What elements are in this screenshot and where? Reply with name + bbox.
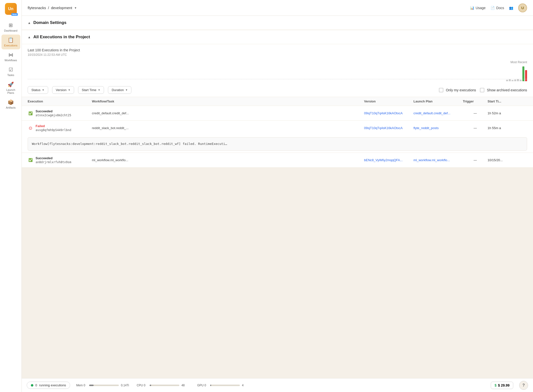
start-time-cell: 1h 52m a: [488, 111, 527, 115]
chart-bar: [509, 79, 511, 81]
table-row: ⊙ Failed avxg8qfmh9p5449rlbnd reddit_sla…: [22, 121, 533, 153]
table-row: ✅ Succeeded an8drjrmlxrfvh8tv9sm ml_work…: [22, 153, 533, 168]
table-row: ✅ Succeeded atnnx2cwgmjx8m2cht25 credit_…: [22, 106, 533, 121]
duration-filter-label: Duration: [112, 88, 124, 92]
chart-label: Most Recent: [511, 60, 527, 64]
domain-settings-header[interactable]: ▲ Domain Settings: [22, 16, 533, 30]
executions-section-title: All Executions in the Project: [33, 35, 90, 39]
usage-button[interactable]: 📊 Usage: [470, 6, 486, 10]
executions-section-header[interactable]: ▲ All Executions in the Project: [22, 30, 533, 44]
version-link[interactable]: 09sjT10qTq4sK16kAOtxcA: [364, 126, 413, 130]
version-filter-label: Version: [56, 88, 66, 92]
version-link[interactable]: bENc8_VyW6y2mqqQFA...: [364, 158, 413, 162]
filters-row: Status ▼ Version ▼ Start Time ▼ Duration…: [22, 83, 533, 97]
version-filter-arrow: ▼: [68, 89, 70, 91]
col-header-version: Version: [364, 99, 413, 103]
execution-status: Succeeded: [36, 109, 71, 113]
show-archived-checkbox[interactable]: Show archived executions: [480, 88, 527, 92]
status-filter[interactable]: Status ▼: [28, 86, 48, 94]
chart-bar: [520, 80, 522, 81]
col-header-start-time: Start Ti...: [488, 99, 527, 103]
gpu-progress-fill: [210, 385, 211, 386]
success-icon: ✅: [28, 157, 33, 163]
version-link[interactable]: 09sjT10qTq4sK16kAOtxcA: [364, 111, 413, 115]
chart-bar: [512, 80, 513, 81]
chart-baseline: [28, 79, 527, 79]
cpu-progress-fill: [150, 385, 151, 386]
logo-text: Un: [8, 7, 13, 11]
sidebar-item-launch-plans[interactable]: 🚀 Launch Plans: [1, 79, 20, 97]
only-my-label: Only my executions: [446, 88, 476, 92]
launch-plan-link[interactable]: credit_default.credit_def...: [413, 111, 463, 115]
status-filter-label: Status: [31, 88, 41, 92]
artifacts-icon: 📦: [8, 99, 14, 105]
user-avatar[interactable]: U: [518, 3, 527, 12]
cost-label: $ 29.99: [498, 383, 510, 387]
col-header-execution: Execution: [28, 99, 92, 103]
gpu-label: GPU 0: [197, 384, 208, 387]
execution-status: Succeeded: [36, 156, 71, 160]
bottom-bar: 0 running executions Mem 0 0.14Ti CPU 0 …: [22, 378, 533, 392]
sidebar-item-workflows[interactable]: ⋈ Workflows: [1, 49, 20, 64]
docs-button[interactable]: 📄 Docs: [491, 6, 504, 10]
workflows-icon: ⋈: [8, 52, 13, 58]
domain-settings-section: ▲ Domain Settings: [22, 16, 533, 30]
duration-filter-arrow: ▼: [125, 89, 128, 91]
table-header: Execution Workflow/Task Version Launch P…: [22, 97, 533, 106]
error-message: Workflow[flytesnacks:development:reddit_…: [28, 137, 527, 151]
running-indicator: 0 running executions: [27, 382, 70, 389]
cost-button[interactable]: $ $ 29.99: [491, 382, 513, 389]
launch-plans-icon: 🚀: [8, 81, 14, 87]
launch-plan-link[interactable]: ml_workflow.ml_workflo...: [413, 158, 463, 162]
executions-meta-time: 10/15/2024 11:22:53 AM UTC: [28, 53, 527, 57]
executions-chevron: ▲: [28, 35, 31, 39]
sidebar-item-executions[interactable]: 📋 Executions: [1, 35, 20, 49]
col-header-launch-plan: Launch Plan: [413, 99, 463, 103]
help-button[interactable]: ?: [519, 381, 528, 390]
execution-id: atnnx2cwgmjx8m2cht25: [36, 114, 71, 117]
project-name: flytesnacks: [28, 6, 46, 10]
sidebar-item-tasks[interactable]: ☑ Tasks: [1, 64, 20, 79]
execution-cell: ✅ Succeeded an8drjrmlxrfvh8tv9sm: [28, 156, 92, 164]
tasks-icon: ☑: [9, 67, 13, 73]
gpu-resource-bar: GPU 0 4: [197, 384, 252, 387]
project-path[interactable]: flytesnacks / development ▼: [28, 6, 77, 10]
start-time-filter[interactable]: Start Time ▼: [78, 86, 104, 94]
executions-meta-title: Last 100 Executions in the Project: [28, 48, 527, 52]
table-row-main[interactable]: ✅ Succeeded an8drjrmlxrfvh8tv9sm ml_work…: [22, 153, 533, 167]
domain-name: development: [51, 6, 72, 10]
table-row-main[interactable]: ✅ Succeeded atnnx2cwgmjx8m2cht25 credit_…: [22, 106, 533, 120]
running-label: running executions: [39, 383, 66, 387]
header-actions: 📊 Usage 📄 Docs 👥 U: [470, 3, 527, 12]
col-header-workflow: Workflow/Task: [92, 99, 364, 103]
version-filter[interactable]: Version ▼: [52, 86, 74, 94]
logo[interactable]: Un Beta: [5, 3, 17, 15]
path-separator: /: [48, 6, 49, 10]
cost-icon: $: [494, 383, 496, 387]
start-time-cell: 10/15/20...: [488, 158, 527, 162]
usage-icon: 📊: [470, 6, 474, 10]
users-button[interactable]: 👥: [509, 6, 513, 10]
chart-area: Most Recent: [22, 59, 533, 83]
sidebar: Un Beta ⊞ Dashboard 📋 Executions ⋈ Workf…: [0, 0, 22, 392]
running-count: 0: [35, 383, 37, 387]
chart-bar: [506, 80, 508, 81]
sidebar-item-artifacts[interactable]: 📦 Artifacts: [1, 97, 20, 112]
gpu-value: 4: [242, 384, 252, 387]
sidebar-item-dashboard[interactable]: ⊞ Dashboard: [1, 20, 20, 35]
execution-id: avxg8qfmh9p5449rlbnd: [36, 128, 71, 132]
execution-status: Failed: [36, 124, 71, 128]
execution-id: an8drjrmlxrfvh8tv9sm: [36, 160, 71, 164]
only-my-executions-checkbox[interactable]: Only my executions: [439, 88, 476, 92]
executions-meta: Last 100 Executions in the Project 10/15…: [22, 44, 533, 59]
mem-label: Mem 0: [76, 384, 87, 387]
launch-plan-link[interactable]: flyte_reddit_posts: [413, 126, 463, 130]
chart-bar: [517, 79, 519, 81]
table-row-main[interactable]: ⊙ Failed avxg8qfmh9p5449rlbnd reddit_sla…: [22, 121, 533, 135]
chart-bar: [514, 79, 516, 81]
status-filter-arrow: ▼: [42, 89, 44, 91]
execution-info: Succeeded atnnx2cwgmjx8m2cht25: [36, 109, 71, 117]
executions-icon: 📋: [8, 37, 14, 43]
duration-filter[interactable]: Duration ▼: [108, 86, 131, 94]
cpu-progress-track: [150, 385, 179, 386]
